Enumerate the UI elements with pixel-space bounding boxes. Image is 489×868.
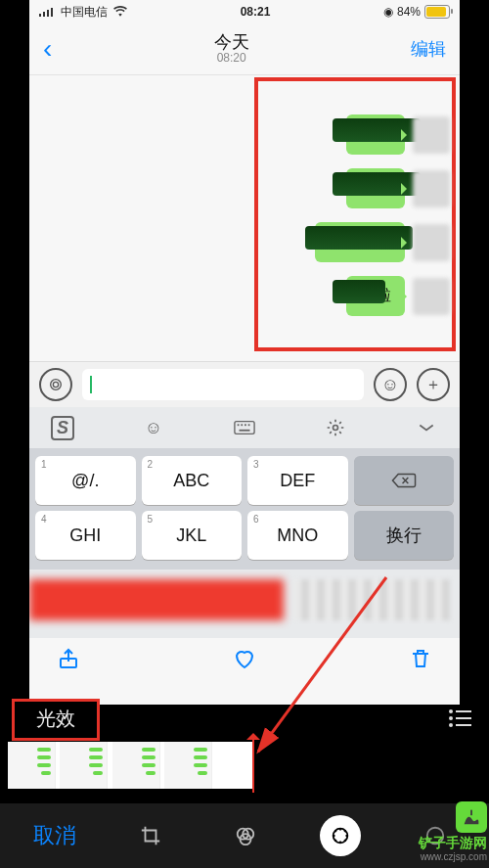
kb-collapse-icon[interactable] bbox=[407, 422, 446, 434]
battery-percent: 84% bbox=[397, 5, 421, 19]
key-backspace[interactable] bbox=[354, 456, 455, 505]
edit-button[interactable]: 编辑 bbox=[411, 37, 446, 61]
back-button[interactable]: ‹ bbox=[43, 33, 52, 65]
svg-point-1 bbox=[51, 380, 62, 390]
heart-icon[interactable] bbox=[233, 647, 256, 674]
watermark-name: 铲子手游网 bbox=[419, 835, 487, 850]
chat-area: 测试 测试 测试测试 啦啦 bbox=[29, 75, 460, 361]
svg-point-14 bbox=[449, 723, 453, 727]
svg-rect-7 bbox=[240, 430, 250, 432]
status-time: 08:21 bbox=[241, 5, 271, 19]
message-row: 测试 bbox=[39, 168, 450, 208]
phone-viewport: 中国电信 08:21 ◉ 84% ‹ 今天 08:20 编辑 测试 bbox=[29, 0, 460, 793]
svg-rect-3 bbox=[238, 424, 240, 426]
plus-icon[interactable]: ＋ bbox=[417, 368, 450, 401]
svg-rect-11 bbox=[456, 710, 471, 712]
redacted-row bbox=[29, 570, 460, 638]
watermark: 铲子手游网 www.czjsp.com bbox=[419, 801, 487, 862]
carrier-label: 中国电信 bbox=[61, 4, 108, 21]
message-row: 测试测试 bbox=[39, 222, 450, 262]
status-bar: 中国电信 08:21 ◉ 84% bbox=[29, 0, 460, 23]
adjust-tool-icon[interactable] bbox=[320, 815, 361, 856]
avatar[interactable] bbox=[413, 278, 450, 315]
battery-icon bbox=[424, 5, 450, 19]
chat-bubble[interactable]: 测试 bbox=[346, 168, 405, 208]
kb-keyboard-icon[interactable] bbox=[225, 420, 264, 435]
share-icon[interactable] bbox=[57, 647, 80, 674]
svg-point-10 bbox=[449, 709, 453, 713]
chat-input-bar: ☺ ＋ bbox=[29, 361, 460, 407]
kb-settings-icon[interactable] bbox=[316, 418, 355, 437]
navigation-bar: ‹ 今天 08:20 编辑 bbox=[29, 23, 460, 75]
signal-icon bbox=[39, 7, 55, 17]
crop-tool-icon[interactable] bbox=[130, 815, 171, 856]
photo-editor-bar: 光效 取消 bbox=[0, 705, 489, 868]
chat-bubble[interactable]: 测试测试 bbox=[315, 222, 405, 262]
svg-point-12 bbox=[449, 716, 453, 720]
message-input[interactable] bbox=[82, 369, 364, 400]
message-row: 啦啦 bbox=[39, 276, 450, 316]
list-icon[interactable] bbox=[448, 708, 473, 734]
playhead[interactable] bbox=[252, 734, 254, 793]
key-4[interactable]: 4GHI bbox=[35, 511, 136, 560]
chat-bubble[interactable]: 啦啦 bbox=[346, 276, 405, 316]
key-1[interactable]: 1@/. bbox=[35, 456, 136, 505]
svg-rect-5 bbox=[244, 424, 246, 426]
watermark-url: www.czjsp.com bbox=[419, 851, 487, 863]
svg-rect-2 bbox=[235, 422, 254, 434]
message-row: 测试 bbox=[39, 114, 450, 155]
svg-rect-22 bbox=[470, 810, 472, 816]
chat-bubble[interactable]: 测试 bbox=[346, 114, 405, 155]
wifi-icon bbox=[113, 5, 127, 20]
trash-icon[interactable] bbox=[409, 647, 432, 674]
svg-rect-13 bbox=[456, 717, 471, 719]
text-cursor bbox=[90, 376, 92, 393]
light-effects-label[interactable]: 光效 bbox=[12, 699, 100, 741]
avatar[interactable] bbox=[413, 116, 450, 154]
sogou-icon[interactable]: S bbox=[43, 416, 82, 440]
nav-subtitle: 08:20 bbox=[214, 52, 249, 66]
voice-input-icon[interactable] bbox=[39, 368, 72, 401]
key-5[interactable]: 5JKL bbox=[142, 511, 243, 560]
battery-saver-icon: ◉ bbox=[383, 5, 393, 19]
filters-tool-icon[interactable] bbox=[225, 815, 266, 856]
svg-point-0 bbox=[53, 382, 58, 387]
svg-point-8 bbox=[333, 426, 338, 431]
keyboard-toolbar: S ☺ bbox=[29, 407, 460, 448]
emoji-icon[interactable]: ☺ bbox=[374, 368, 407, 401]
key-2[interactable]: 2ABC bbox=[142, 456, 243, 505]
svg-rect-4 bbox=[241, 424, 243, 426]
markup-toolbar bbox=[29, 638, 460, 683]
avatar[interactable] bbox=[413, 224, 450, 261]
numeric-keypad: 1@/. 2ABC 3DEF 4GHI 5JKL 6MNO 换行 bbox=[29, 448, 460, 570]
avatar[interactable] bbox=[413, 170, 450, 207]
svg-rect-6 bbox=[248, 424, 250, 426]
filmstrip[interactable] bbox=[8, 742, 252, 789]
kb-emoji-icon[interactable]: ☺ bbox=[134, 418, 173, 438]
key-return[interactable]: 换行 bbox=[354, 511, 455, 560]
editor-bottom-toolbar: 取消 bbox=[0, 803, 489, 868]
cancel-button[interactable]: 取消 bbox=[33, 821, 76, 850]
key-6[interactable]: 6MNO bbox=[247, 511, 348, 560]
nav-title: 今天 bbox=[214, 32, 249, 53]
watermark-logo-icon bbox=[456, 801, 487, 833]
svg-rect-15 bbox=[456, 724, 471, 726]
key-3[interactable]: 3DEF bbox=[247, 456, 348, 505]
